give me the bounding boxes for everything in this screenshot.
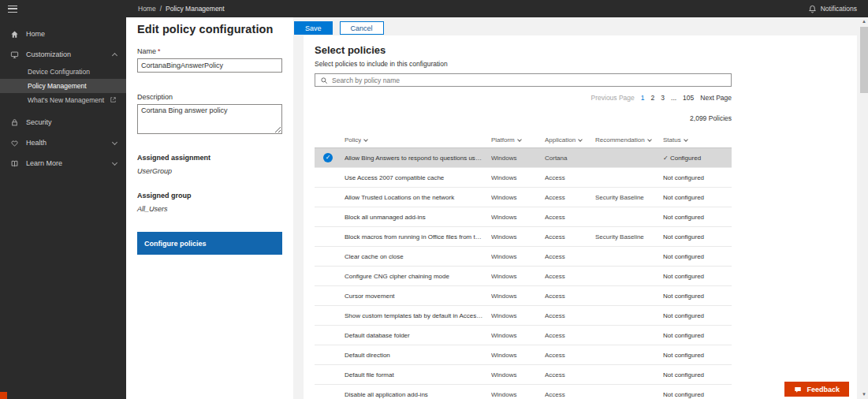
header-recommendation[interactable]: Recommendation xyxy=(595,136,663,144)
policy-name-cell: Cursor movement xyxy=(345,293,491,300)
external-link-icon xyxy=(110,96,117,105)
page-number-3[interactable]: 3 xyxy=(661,94,665,102)
page-number-2[interactable]: 2 xyxy=(651,94,655,102)
platform-cell: Windows xyxy=(491,293,545,300)
policy-name-cell: Show custom templates tab by default in … xyxy=(345,312,491,319)
table-row[interactable]: ✓ Use Access 2007 compatible cache Windo… xyxy=(315,168,732,188)
table-row[interactable]: ✓ Disable all application add-ins Window… xyxy=(315,385,732,399)
policy-name-cell: Disable all application add-ins xyxy=(345,391,491,398)
bell-icon xyxy=(808,5,817,13)
feedback-label: Feedback xyxy=(807,386,840,393)
status-cell: ✓ Not configured xyxy=(663,273,732,280)
platform-cell: Windows xyxy=(491,273,545,280)
sidebar-item-label: Home xyxy=(26,30,45,38)
description-field[interactable]: Cortana Bing answer policy xyxy=(137,104,282,134)
platform-cell: Windows xyxy=(491,214,545,221)
status-cell: ✓ Not configured xyxy=(663,332,732,339)
configured-check-icon: ✓ xyxy=(663,155,670,162)
header-policy[interactable]: Policy xyxy=(345,136,491,144)
header-status[interactable]: Status xyxy=(663,136,732,144)
application-cell: Access xyxy=(545,312,595,319)
page-number-1[interactable]: 1 xyxy=(641,94,645,102)
select-policies-panel: Select policies Select policies to inclu… xyxy=(304,35,857,399)
description-label: Description xyxy=(137,93,282,101)
table-row[interactable]: ✓ Default file format Windows Access ✓ N… xyxy=(315,365,732,385)
table-row[interactable]: ✓ Allow Trusted Locations on the network… xyxy=(315,188,732,207)
header-platform[interactable]: Platform xyxy=(491,136,545,144)
previous-page-button[interactable]: Previous Page xyxy=(591,94,635,102)
status-text: Not configured xyxy=(663,371,704,378)
status-text: Not configured xyxy=(663,214,704,221)
status-cell: ✓ Not configured xyxy=(663,253,732,260)
configure-policies-step[interactable]: Configure policies xyxy=(137,232,282,255)
sidebar-item-security[interactable]: Security xyxy=(0,112,126,132)
sidebar-item-home[interactable]: Home xyxy=(0,24,126,44)
policy-name-cell: Allow Bing Answers to respond to questio… xyxy=(345,155,491,162)
sidebar-item-health[interactable]: Health xyxy=(0,132,126,153)
sort-chevron-icon xyxy=(364,137,369,142)
table-row[interactable]: ✓ Block macros from running in Office fi… xyxy=(315,227,732,247)
breadcrumb-home[interactable]: Home xyxy=(138,5,156,13)
sidebar-item-policy-management[interactable]: Policy Management xyxy=(0,79,126,93)
breadcrumb-current[interactable]: Policy Management xyxy=(166,5,225,13)
application-cell: Access xyxy=(545,233,595,241)
page-number-105[interactable]: 105 xyxy=(683,94,694,102)
status-text: Not configured xyxy=(663,293,704,300)
row-select-cell[interactable]: ✓ xyxy=(315,153,345,162)
status-text: Not configured xyxy=(663,233,704,241)
status-text: Not configured xyxy=(663,174,704,181)
vertical-scrollbar[interactable]: ▲ ▼ xyxy=(860,17,868,399)
hamburger-menu-icon[interactable] xyxy=(8,6,17,13)
application-cell: Access xyxy=(545,174,595,181)
recommendation-cell: Security Baseline xyxy=(595,194,663,201)
feedback-button[interactable]: Feedback xyxy=(784,382,849,397)
policy-name-cell: Use Access 2007 compatible cache xyxy=(345,174,491,181)
assigned-group-label: Assigned group xyxy=(137,192,282,200)
policy-name-cell: Configure CNG cipher chaining mode xyxy=(345,273,491,280)
application-cell: Access xyxy=(545,352,595,359)
sort-chevron-icon xyxy=(684,137,688,142)
sidebar-item-device-configuration[interactable]: Device Configuration xyxy=(0,65,126,79)
corner-accent-badge xyxy=(0,392,7,399)
speech-bubble-icon xyxy=(794,386,802,393)
required-asterisk: * xyxy=(158,47,161,55)
header-application[interactable]: Application xyxy=(545,136,595,144)
policy-name-cell: Allow Trusted Locations on the network xyxy=(345,194,491,201)
application-cell: Access xyxy=(545,391,595,398)
table-row[interactable]: ✓ Configure CNG cipher chaining mode Win… xyxy=(315,267,732,286)
table-row[interactable]: ✓ Cursor movement Windows Access ✓ Not c… xyxy=(315,286,732,306)
next-page-button[interactable]: Next Page xyxy=(700,94,732,102)
scrollbar-thumb[interactable] xyxy=(860,27,868,93)
table-row[interactable]: ✓ Block all unmanaged add-ins Windows Ac… xyxy=(315,207,732,227)
status-text: Not configured xyxy=(663,253,704,260)
platform-cell: Windows xyxy=(491,253,545,260)
sidebar-item-customization[interactable]: Customization xyxy=(0,44,126,65)
cancel-button[interactable]: Cancel xyxy=(340,21,384,35)
assigned-assignment-value: UserGroup xyxy=(137,167,282,175)
scroll-up-arrow-icon[interactable]: ▲ xyxy=(860,17,868,26)
platform-cell: Windows xyxy=(491,332,545,339)
scroll-down-arrow-icon[interactable]: ▼ xyxy=(860,390,868,399)
chevron-down-icon xyxy=(112,159,117,165)
save-button[interactable]: Save xyxy=(294,21,333,35)
sidebar-item-whats-new-management[interactable]: What's New Management xyxy=(0,93,126,107)
application-cell: Access xyxy=(545,253,595,260)
application-cell: Access xyxy=(545,371,595,378)
status-cell: ✓ Not configured xyxy=(663,312,732,319)
table-row[interactable]: ✓ Default database folder Windows Access… xyxy=(315,326,732,345)
select-policies-title: Select policies xyxy=(315,44,732,56)
table-row[interactable]: ✓ Show custom templates tab by default i… xyxy=(315,306,732,326)
table-row[interactable]: ✓ Default direction Windows Access ✓ Not… xyxy=(315,345,732,365)
name-field[interactable] xyxy=(137,58,282,73)
sort-chevron-icon xyxy=(578,137,583,142)
status-cell: ✓ Not configured xyxy=(663,174,732,181)
table-row[interactable]: ✓ Allow Bing Answers to respond to quest… xyxy=(315,148,732,168)
status-text: Not configured xyxy=(663,352,704,359)
book-icon xyxy=(10,159,19,168)
status-cell: ✓ Not configured xyxy=(663,293,732,300)
sidebar-item-learn-more[interactable]: Learn More xyxy=(0,153,126,173)
notifications-button[interactable]: Notifications xyxy=(808,5,868,13)
table-row[interactable]: ✓ Clear cache on close Windows Access ✓ … xyxy=(315,247,732,267)
status-cell: ✓ Not configured xyxy=(663,233,732,241)
policy-search-input[interactable] xyxy=(332,76,726,84)
